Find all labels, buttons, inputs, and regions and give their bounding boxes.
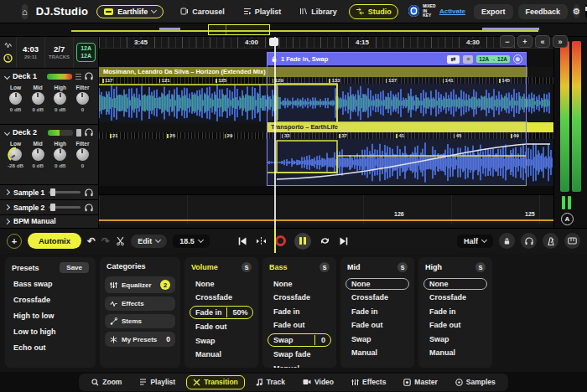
playhead-handle[interactable] bbox=[269, 38, 278, 46]
preset-item[interactable]: Crossfade bbox=[5, 291, 96, 307]
save-preset-button[interactable]: Save bbox=[60, 262, 89, 273]
transition-option[interactable]: Fade out bbox=[268, 319, 331, 331]
skip-end-button[interactable] bbox=[339, 236, 349, 246]
transition-option[interactable]: Fade in50% bbox=[190, 306, 253, 319]
deck2-volume-handle[interactable] bbox=[76, 129, 81, 137]
minimap-viewport[interactable] bbox=[208, 24, 270, 35]
chevron-right-icon[interactable] bbox=[4, 204, 10, 210]
sample2-volume-slider[interactable] bbox=[49, 206, 81, 209]
redo-button[interactable]: ↷ bbox=[101, 236, 110, 246]
tempo-value-dropdown[interactable]: 18.5 bbox=[173, 235, 210, 248]
dock-transition[interactable]: Transition bbox=[186, 375, 245, 389]
zoom-out-button[interactable]: − bbox=[500, 35, 515, 48]
mix-overview-minimap[interactable] bbox=[0, 23, 587, 37]
bpm-automation-lane[interactable]: 126 125 bbox=[99, 194, 553, 224]
transition-option[interactable]: None bbox=[423, 278, 487, 290]
transition-option[interactable]: Fade out bbox=[190, 321, 253, 333]
eq-knob[interactable] bbox=[76, 92, 89, 105]
headphones-icon[interactable] bbox=[85, 204, 93, 212]
transition-option[interactable]: Crossfade bbox=[268, 291, 331, 303]
dock-playlist[interactable]: Playlist bbox=[132, 375, 182, 389]
eq-knob[interactable] bbox=[9, 148, 22, 161]
transition-option[interactable]: Fade out bbox=[423, 319, 487, 331]
dock-zoom[interactable]: Zoom bbox=[85, 375, 128, 389]
transition-option[interactable]: Manual bbox=[190, 348, 253, 360]
autogain-button[interactable]: A bbox=[561, 213, 574, 225]
solo-button[interactable]: S bbox=[242, 262, 252, 272]
dock-effects[interactable]: Effects bbox=[345, 375, 392, 389]
swap-decks-button[interactable]: ⇄ bbox=[447, 55, 460, 64]
transition-option[interactable]: Crossfade bbox=[190, 291, 253, 303]
dock-samples[interactable]: Samples bbox=[449, 375, 502, 389]
eq-knob[interactable] bbox=[76, 148, 89, 161]
transition-option[interactable]: Swap bbox=[423, 333, 487, 345]
transition-option[interactable]: Manual bbox=[423, 347, 487, 358]
transition-option[interactable]: Fade in bbox=[345, 306, 409, 317]
solo-button[interactable]: S bbox=[475, 262, 486, 272]
solo-button[interactable]: S bbox=[397, 262, 408, 272]
category-equalizer[interactable]: Equalizer 2 bbox=[105, 276, 175, 293]
undo-button[interactable]: ↶ bbox=[87, 236, 96, 246]
sample1-volume-slider[interactable] bbox=[49, 191, 81, 193]
project-selector[interactable]: Earthlife bbox=[96, 5, 164, 18]
add-button[interactable]: + bbox=[7, 234, 22, 249]
pause-button[interactable] bbox=[294, 233, 311, 250]
time-ruler[interactable]: 3:45 4:00 4:15 4:30 bbox=[99, 37, 553, 49]
category-effects[interactable]: Effects bbox=[105, 297, 175, 311]
export-button[interactable]: Export bbox=[474, 4, 513, 19]
lock-button[interactable] bbox=[499, 233, 515, 249]
preset-item[interactable]: Echo out bbox=[5, 339, 96, 355]
activate-link[interactable]: Activate bbox=[439, 8, 465, 15]
tab-carousel[interactable]: Carousel bbox=[174, 4, 231, 19]
edit-dropdown[interactable]: Edit bbox=[131, 235, 167, 248]
chevron-down-icon[interactable] bbox=[4, 129, 10, 135]
headphones-icon[interactable] bbox=[85, 128, 93, 137]
preset-item[interactable]: Bass swap bbox=[5, 276, 96, 291]
beat-match-button[interactable] bbox=[256, 236, 267, 246]
category-stems[interactable]: Stems bbox=[105, 314, 175, 328]
transition-option[interactable]: None bbox=[268, 278, 331, 290]
seek-back-button[interactable]: « bbox=[535, 35, 550, 48]
zoom-to-transition-button[interactable]: ⊕ bbox=[513, 54, 522, 64]
headphones-icon[interactable] bbox=[85, 188, 93, 197]
option-value[interactable]: 0 bbox=[314, 335, 325, 345]
transition-option[interactable]: Manual bbox=[268, 363, 331, 369]
chevron-down-icon[interactable] bbox=[4, 73, 10, 79]
tab-library[interactable]: Library bbox=[293, 4, 344, 19]
transition-option[interactable]: Swap bbox=[190, 335, 253, 347]
eq-knob[interactable] bbox=[32, 92, 44, 105]
dock-master[interactable]: Master bbox=[397, 375, 444, 389]
transition-option[interactable]: None bbox=[190, 278, 253, 290]
solo-button[interactable]: S bbox=[319, 262, 330, 272]
fader-grip-icon[interactable] bbox=[75, 73, 81, 80]
transition-option[interactable]: Fade out bbox=[345, 319, 409, 331]
transition-option[interactable]: Swap0 bbox=[268, 333, 331, 347]
home-button[interactable]: ⌂ bbox=[22, 4, 28, 19]
pause-indicator-icon[interactable] bbox=[562, 196, 571, 209]
dock-track[interactable]: Track bbox=[249, 375, 292, 389]
bpm-manual-row[interactable]: BPM Manual bbox=[0, 215, 98, 227]
transition-option[interactable]: Fade in bbox=[423, 306, 487, 317]
tab-studio[interactable]: Studio bbox=[349, 4, 398, 19]
settings-button[interactable]: ⚙ bbox=[573, 4, 580, 18]
headphones-icon[interactable] bbox=[85, 72, 93, 80]
dock-video[interactable]: Video bbox=[296, 375, 340, 389]
transition-option[interactable]: Crossfade bbox=[423, 291, 487, 303]
loop-button[interactable] bbox=[319, 236, 330, 245]
transition-options-button[interactable]: ≡ bbox=[463, 55, 473, 64]
transition-option[interactable]: Swap bbox=[345, 333, 409, 345]
transition-region[interactable]: 1 Fade in, Swap ⇄ ≡ 12A → 12A ⊕ bbox=[267, 52, 527, 186]
metronome-button[interactable] bbox=[543, 233, 558, 249]
chevron-right-icon[interactable] bbox=[4, 189, 10, 195]
feedback-button[interactable]: Feedback bbox=[518, 4, 569, 19]
tab-playlist[interactable]: Playlist bbox=[236, 4, 288, 19]
zoom-in-button[interactable]: + bbox=[517, 35, 532, 48]
transition-option[interactable]: Crossfade bbox=[345, 291, 409, 303]
keyboard-button[interactable] bbox=[564, 233, 580, 249]
eq-knob[interactable] bbox=[54, 92, 66, 105]
bpm-curve[interactable] bbox=[99, 219, 553, 221]
transition-header[interactable]: 1 Fade in, Swap ⇄ ≡ 12A → 12A ⊕ bbox=[268, 53, 526, 65]
transition-option[interactable]: Manual bbox=[345, 347, 409, 358]
seek-forward-button[interactable]: » bbox=[553, 35, 568, 48]
record-button[interactable] bbox=[275, 235, 286, 246]
